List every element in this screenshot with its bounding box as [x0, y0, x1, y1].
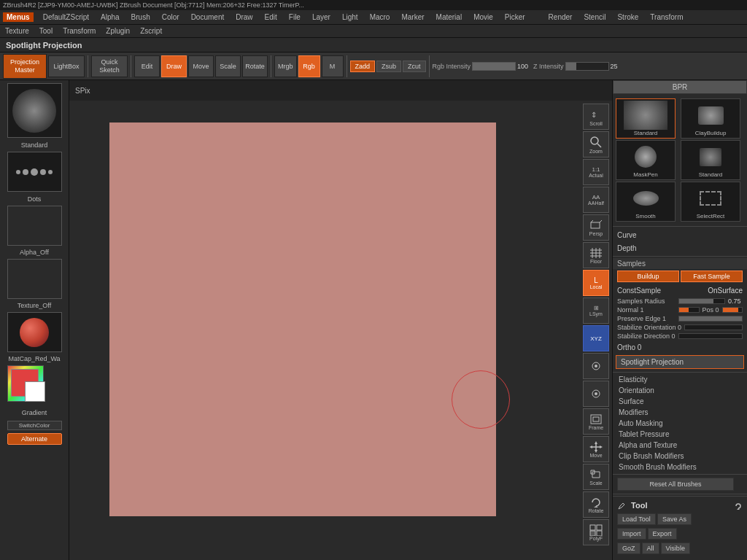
modifiers-item[interactable]: Modifiers: [613, 407, 747, 418]
all-button[interactable]: All: [642, 542, 659, 554]
canvas-document[interactable]: [109, 122, 496, 516]
menu-document[interactable]: Document: [189, 12, 227, 22]
stabilize-orientation-slider[interactable]: [684, 324, 743, 330]
dots-preview[interactable]: [7, 152, 62, 192]
canvas-viewport[interactable]: ⇕ Scroll Zoom 1:1 Actual AA AAHalf P: [69, 101, 612, 560]
menu-render[interactable]: Render: [546, 12, 575, 22]
menu-stroke[interactable]: Stroke: [615, 12, 640, 22]
smooth-brush-item[interactable]: Smooth Brush Modifiers: [613, 462, 747, 472]
edit-button[interactable]: Edit: [134, 55, 160, 77]
tablet-btn-2[interactable]: [583, 381, 609, 407]
menu-movie[interactable]: Movie: [471, 12, 495, 22]
aahalf-button[interactable]: AA AAHalf: [583, 187, 609, 213]
zsub-button[interactable]: Zsub: [376, 61, 401, 72]
menu-preferences[interactable]: [535, 17, 539, 18]
brush-standard-thumb[interactable]: Standard: [616, 98, 676, 139]
scroll-button[interactable]: ⇕ Scroll: [583, 104, 609, 130]
draw-button[interactable]: Draw: [161, 55, 187, 77]
brush-smooth-thumb[interactable]: Smooth: [616, 182, 676, 222]
menu-color[interactable]: Color: [160, 12, 182, 22]
xyz-button[interactable]: XYZ: [583, 325, 609, 351]
polyf-button[interactable]: PolyF: [583, 519, 609, 545]
move-view-button[interactable]: Move: [583, 436, 609, 462]
brush-preview[interactable]: [7, 83, 62, 138]
auto-masking-item[interactable]: Auto Masking: [613, 418, 747, 429]
persp-button[interactable]: Persp: [583, 214, 609, 241]
stabilize-direction-slider[interactable]: [678, 333, 743, 339]
m-button[interactable]: M: [322, 55, 344, 77]
scale-view-button[interactable]: Scale: [583, 464, 609, 490]
quick-sketch-button[interactable]: Quick Sketch: [91, 55, 128, 77]
alpha-preview[interactable]: [7, 206, 62, 246]
goz-button[interactable]: GoZ: [617, 542, 640, 554]
buildup-button[interactable]: Buildup: [617, 271, 679, 282]
zcut-button[interactable]: Zcut: [403, 61, 426, 72]
submenu-transform[interactable]: Transform: [61, 26, 98, 36]
elasticity-item[interactable]: Elasticity: [613, 374, 747, 385]
export-button[interactable]: Export: [648, 528, 677, 540]
alternate-button[interactable]: Alternate: [7, 433, 62, 445]
menu-file[interactable]: File: [287, 12, 303, 22]
stabilize-direction-row[interactable]: Stabilize Direction 0: [613, 332, 747, 341]
curve-row[interactable]: Curve: [613, 228, 747, 241]
frame-button[interactable]: Frame: [583, 408, 609, 435]
tablet-btn-1[interactable]: [583, 353, 609, 379]
tool-refresh-icon[interactable]: [734, 502, 743, 510]
move-button[interactable]: Move: [188, 55, 214, 77]
brush-claybuildup-thumb[interactable]: ClayBuildup: [681, 98, 740, 139]
zadd-button[interactable]: Zadd: [350, 61, 376, 72]
menu-alpha[interactable]: Alpha: [98, 12, 122, 22]
brush-standard2-thumb[interactable]: Standard: [681, 140, 740, 180]
brush-selectrect-thumb[interactable]: SelectRect: [681, 182, 740, 222]
rgb-intensity-slider[interactable]: [472, 62, 516, 71]
load-tool-button[interactable]: Load Tool: [617, 513, 656, 525]
stabilize-orientation-row[interactable]: Stabilize Orientation 0: [613, 323, 747, 332]
reset-all-brushes-button[interactable]: Reset All Brushes: [617, 478, 734, 491]
visible-button[interactable]: Visible: [661, 542, 690, 554]
orientation-item[interactable]: Orientation: [613, 385, 747, 396]
ortho-row[interactable]: Ortho 0: [613, 341, 747, 354]
brush-maskpen-thumb[interactable]: MaskPen: [616, 140, 676, 180]
menu-light[interactable]: Light: [340, 12, 360, 22]
texture-preview[interactable]: [7, 259, 62, 299]
normal-slider[interactable]: [678, 307, 700, 313]
preserve-edge-row[interactable]: Preserve Edge 1: [613, 314, 747, 323]
depth-row[interactable]: Depth: [613, 241, 747, 254]
local-button[interactable]: L Local: [583, 270, 609, 296]
menus-button[interactable]: Menus: [3, 12, 34, 22]
actual-button[interactable]: 1:1 Actual: [583, 159, 609, 185]
rgb-button[interactable]: Rgb: [298, 55, 320, 77]
clip-brush-item[interactable]: Clip Brush Modifiers: [613, 451, 747, 462]
zoom-button[interactable]: Zoom: [583, 131, 609, 158]
bpr-button[interactable]: BPR: [613, 80, 747, 94]
color-picker-area[interactable]: [7, 365, 62, 405]
projection-master-button[interactable]: Projection Master: [3, 54, 47, 79]
normal-row[interactable]: Normal 1 Pos 0: [613, 306, 747, 314]
rotate-view-button[interactable]: Rotate: [583, 491, 609, 518]
samples-radius-slider[interactable]: [678, 298, 725, 304]
submenu-tool[interactable]: Tool: [37, 26, 55, 36]
rotate-button[interactable]: Rotate: [242, 55, 268, 77]
z-intensity-slider[interactable]: [565, 62, 609, 71]
scale-button[interactable]: Scale: [215, 55, 241, 77]
menu-picker[interactable]: Picker: [503, 12, 527, 22]
pos-slider[interactable]: [722, 307, 743, 313]
menu-layer[interactable]: Layer: [310, 12, 333, 22]
submenu-zplugin[interactable]: Zplugin: [104, 26, 132, 36]
background-color[interactable]: [25, 381, 45, 402]
preserve-edge-slider[interactable]: [678, 316, 743, 322]
menu-edit[interactable]: Edit: [263, 12, 279, 22]
menu-brush[interactable]: Brush: [129, 12, 152, 22]
rgb-intensity-control[interactable]: Rgb Intensity 100: [433, 62, 533, 71]
menu-stencil[interactable]: Stencil: [581, 12, 608, 22]
alpha-texture-item[interactable]: Alpha and Texture: [613, 440, 747, 451]
lightbox-button[interactable]: LightBox: [48, 55, 85, 77]
menu-material[interactable]: Material: [434, 12, 465, 22]
lsym-button[interactable]: ⊞ LSym: [583, 298, 609, 324]
menu-draw[interactable]: Draw: [233, 12, 255, 22]
floor-button[interactable]: Floor: [583, 242, 609, 268]
menu-transform[interactable]: Transform: [648, 12, 685, 22]
tablet-pressure-item[interactable]: Tablet Pressure: [613, 429, 747, 440]
mrgb-button[interactable]: Mrgb: [274, 55, 297, 77]
surface-item[interactable]: Surface: [613, 396, 747, 407]
